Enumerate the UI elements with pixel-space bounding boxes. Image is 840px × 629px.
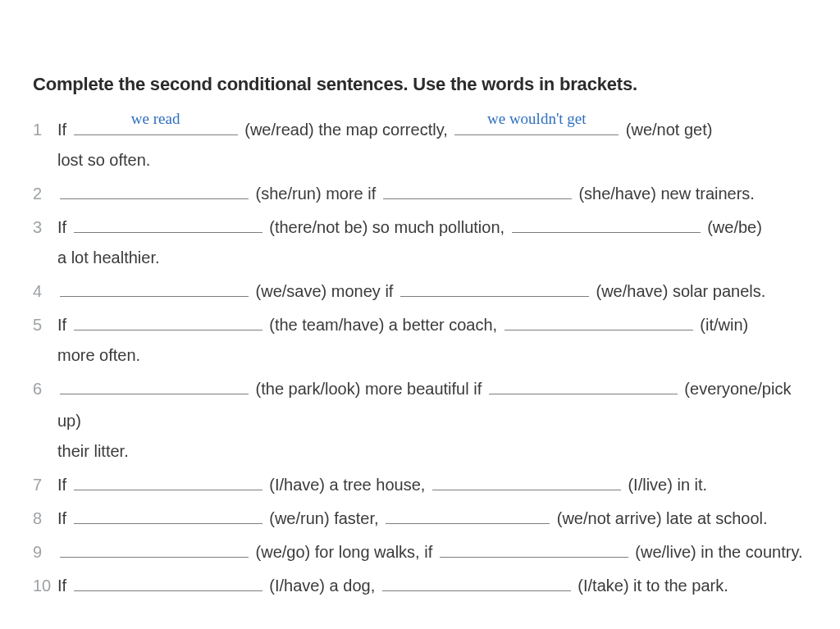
item-number: 10 [33, 570, 57, 602]
sentence-text: (I/live) in it. [623, 476, 707, 494]
fill-blank[interactable] [440, 540, 628, 558]
sentence-text: If [57, 509, 71, 527]
sentence-text: (we/save) money if [251, 282, 398, 300]
sentence-text: If [57, 577, 71, 595]
fill-blank[interactable] [400, 279, 589, 297]
sentence-text: (the park/look) more beautiful if [251, 380, 486, 398]
sentence-text: (we/live) in the country. [631, 543, 803, 561]
sentence-text: (there/not be) so much pollution, [265, 218, 509, 236]
sentence-text: (we/not get) [621, 121, 712, 139]
sentence-text: (we/go) for long walks, if [251, 543, 437, 561]
item-number: 7 [33, 469, 57, 501]
fill-blank[interactable] [504, 312, 693, 330]
sentence-text: (we/not arrive) late at school. [552, 509, 767, 527]
item-body: If (there/not be) so much pollution, (we… [57, 212, 807, 244]
item-number: 3 [33, 212, 57, 244]
item-body: (we/go) for long walks, if (we/live) in … [57, 536, 807, 568]
sentence-text: (the team/have) a better coach, [265, 316, 502, 334]
item-body: (we/save) money if (we/have) solar panel… [57, 276, 807, 308]
item-continuation: a lot healthier. [33, 242, 807, 274]
fill-blank[interactable]: we wouldn't get [454, 117, 619, 135]
student-answer: we read [74, 103, 238, 134]
fill-blank[interactable] [60, 279, 249, 297]
fill-blank[interactable] [74, 472, 262, 490]
sentence-text: (we/have) solar panels. [591, 282, 765, 300]
item-number: 6 [33, 373, 57, 405]
fill-blank[interactable] [512, 215, 701, 233]
fill-blank[interactable] [383, 181, 572, 199]
item-number: 2 [33, 178, 57, 210]
exercise-item: 5If (the team/have) a better coach, (it/… [33, 309, 807, 341]
item-body: If (I/have) a dog, (I/take) it to the pa… [57, 570, 807, 602]
item-body: If we read (we/read) the map correctly, … [57, 114, 807, 146]
fill-blank[interactable] [74, 506, 262, 524]
fill-blank[interactable] [386, 506, 550, 524]
exercise-list: 1If we read (we/read) the map correctly,… [33, 114, 807, 602]
exercise-title: Complete the second conditional sentence… [33, 67, 807, 103]
sentence-text: (I/have) a tree house, [265, 476, 430, 494]
fill-blank[interactable] [74, 215, 262, 233]
item-number: 1 [33, 114, 57, 146]
exercise-item: 6 (the park/look) more beautiful if (eve… [33, 373, 807, 437]
fill-blank[interactable] [74, 312, 262, 330]
item-body: (the park/look) more beautiful if (every… [57, 373, 807, 437]
item-continuation: more often. [33, 340, 807, 371]
sentence-text: (I/take) it to the park. [573, 577, 728, 595]
fill-blank[interactable] [489, 376, 678, 394]
item-number: 8 [33, 503, 57, 535]
sentence-text: (I/have) a dog, [265, 577, 380, 595]
sentence-text: If [57, 476, 71, 494]
fill-blank[interactable] [60, 540, 249, 558]
sentence-text: (she/have) new trainers. [574, 185, 755, 203]
sentence-text: (it/win) [696, 316, 748, 334]
item-body: If (I/have) a tree house, (I/live) in it… [57, 469, 807, 501]
exercise-item: 2 (she/run) more if (she/have) new train… [33, 178, 807, 210]
sentence-text: (we/be) [703, 218, 762, 236]
worksheet-page: Complete the second conditional sentence… [0, 0, 840, 629]
fill-blank[interactable] [432, 472, 621, 490]
exercise-item: 4 (we/save) money if (we/have) solar pan… [33, 276, 807, 308]
fill-blank[interactable] [60, 181, 249, 199]
sentence-text: If [57, 218, 71, 236]
item-continuation: lost so often. [33, 144, 807, 176]
fill-blank[interactable]: we read [74, 117, 238, 135]
item-number: 4 [33, 276, 57, 308]
fill-blank[interactable] [382, 573, 571, 591]
exercise-item: 3If (there/not be) so much pollution, (w… [33, 212, 807, 244]
item-body: (she/run) more if (she/have) new trainer… [57, 178, 807, 210]
fill-blank[interactable] [74, 573, 262, 591]
exercise-item: 7If (I/have) a tree house, (I/live) in i… [33, 469, 807, 501]
exercise-item: 1If we read (we/read) the map correctly,… [33, 114, 807, 146]
exercise-item: 10If (I/have) a dog, (I/take) it to the … [33, 570, 807, 602]
sentence-text: (we/read) the map correctly, [240, 121, 453, 139]
sentence-text: (she/run) more if [251, 185, 381, 203]
exercise-item: 8If (we/run) faster, (we/not arrive) lat… [33, 503, 807, 535]
item-continuation: their litter. [33, 435, 807, 467]
exercise-item: 9 (we/go) for long walks, if (we/live) i… [33, 536, 807, 568]
sentence-text: If [57, 316, 71, 334]
fill-blank[interactable] [60, 376, 249, 394]
item-number: 5 [33, 309, 57, 341]
item-body: If (the team/have) a better coach, (it/w… [57, 309, 807, 341]
sentence-text: If [57, 121, 71, 139]
item-body: If (we/run) faster, (we/not arrive) late… [57, 503, 807, 535]
sentence-text: (we/run) faster, [265, 509, 384, 527]
student-answer: we wouldn't get [454, 103, 619, 134]
item-number: 9 [33, 536, 57, 568]
